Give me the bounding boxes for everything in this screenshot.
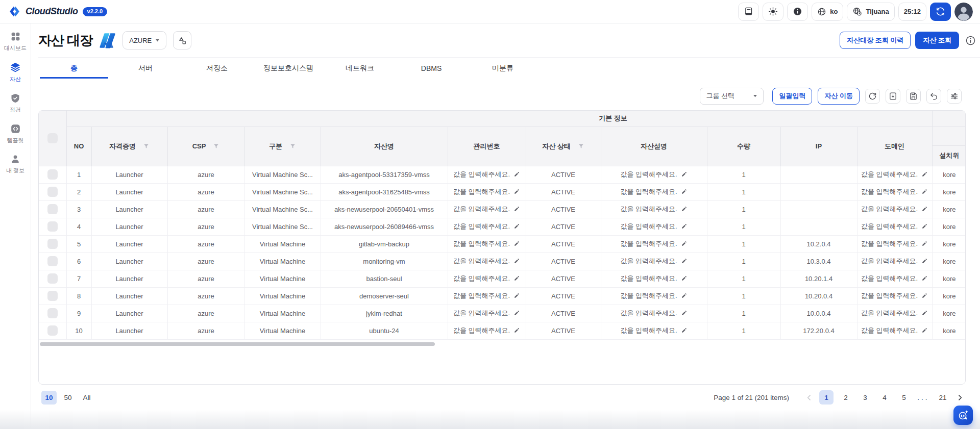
- cell-domain-edit[interactable]: 값을 입력해주세요.: [857, 253, 932, 270]
- table-row[interactable]: 8 Launcher azure Virtual Machine demoser…: [39, 287, 966, 305]
- bulk-input-button[interactable]: 일괄입력: [772, 88, 812, 105]
- cell-domain-edit[interactable]: 값을 입력해주세요.: [857, 183, 932, 200]
- page-button[interactable]: 3: [858, 390, 872, 405]
- pencil-icon[interactable]: [921, 257, 928, 265]
- pencil-icon[interactable]: [681, 292, 688, 299]
- pencil-icon[interactable]: [513, 257, 520, 265]
- pencil-icon[interactable]: [681, 222, 688, 230]
- cell-mgmt-no-edit[interactable]: 값을 입력해주세요.: [448, 218, 526, 235]
- cell-domain-edit[interactable]: 값을 입력해주세요.: [857, 235, 932, 253]
- horizontal-scrollbar-thumb[interactable]: [40, 342, 435, 346]
- pencil-icon[interactable]: [681, 240, 688, 247]
- cell-domain-edit[interactable]: 값을 입력해주세요.: [857, 270, 932, 287]
- session-timer[interactable]: 25:12: [898, 3, 926, 21]
- pencil-icon[interactable]: [513, 292, 520, 299]
- timezone-button[interactable]: Tijuana: [847, 3, 894, 21]
- page-button[interactable]: 2: [839, 390, 853, 405]
- row-checkbox[interactable]: [47, 273, 58, 284]
- cell-asset-desc-edit[interactable]: 값을 입력해주세요.: [601, 166, 707, 183]
- pencil-icon[interactable]: [921, 326, 928, 334]
- cell-domain-edit[interactable]: 값을 입력해주세요.: [857, 322, 932, 339]
- cell-asset-desc-edit[interactable]: 값을 입력해주세요.: [601, 200, 707, 218]
- table-row[interactable]: 10 Launcher azure Virtual Machine ubuntu…: [39, 322, 966, 339]
- tab-network[interactable]: 네트워크: [324, 58, 396, 79]
- pencil-icon[interactable]: [921, 292, 928, 299]
- pencil-icon[interactable]: [681, 170, 688, 178]
- sidebar-item-inspection[interactable]: 점검: [0, 91, 31, 115]
- tab-storage[interactable]: 저장소: [181, 58, 253, 79]
- cell-asset-desc-edit[interactable]: 값을 입력해주세요.: [601, 287, 707, 305]
- pencil-icon[interactable]: [921, 188, 928, 195]
- cell-domain-edit[interactable]: 값을 입력해주세요.: [857, 218, 932, 235]
- row-checkbox[interactable]: [47, 169, 58, 180]
- pencil-icon[interactable]: [681, 257, 688, 265]
- filter-funnel-icon[interactable]: [213, 143, 219, 149]
- page-button[interactable]: 5: [897, 390, 911, 405]
- cell-asset-desc-edit[interactable]: 값을 입력해주세요.: [601, 253, 707, 270]
- table-row[interactable]: 5 Launcher azure Virtual Machine gitlab-…: [39, 235, 966, 253]
- page-size-10[interactable]: 10: [41, 391, 57, 405]
- docs-button[interactable]: [738, 3, 759, 21]
- theme-toggle-button[interactable]: [763, 3, 783, 21]
- csp-select[interactable]: AZURE: [122, 31, 166, 49]
- cell-mgmt-no-edit[interactable]: 값을 입력해주세요.: [448, 200, 526, 218]
- prev-page-button[interactable]: [804, 393, 814, 402]
- group-select[interactable]: 그룹 선택: [700, 88, 764, 105]
- cell-mgmt-no-edit[interactable]: 값을 입력해주세요.: [448, 183, 526, 200]
- pencil-icon[interactable]: [921, 240, 928, 247]
- col-quantity[interactable]: 수량: [707, 127, 780, 166]
- row-checkbox[interactable]: [47, 291, 58, 301]
- cell-asset-desc-edit[interactable]: 값을 입력해주세요.: [601, 218, 707, 235]
- table-row[interactable]: 2 Launcher azure Virtual Machine Sc... a…: [39, 183, 966, 200]
- col-ip[interactable]: IP: [780, 127, 857, 166]
- sidebar-item-dashboard[interactable]: 대시보드: [0, 30, 31, 54]
- sidebar-item-assets[interactable]: 자산: [0, 60, 31, 85]
- pencil-icon[interactable]: [921, 222, 928, 230]
- pencil-icon[interactable]: [513, 240, 520, 247]
- filter-funnel-icon[interactable]: [143, 143, 150, 149]
- page-size-all[interactable]: All: [79, 391, 94, 405]
- pencil-icon[interactable]: [681, 188, 688, 195]
- pencil-icon[interactable]: [681, 205, 688, 213]
- page-button[interactable]: 1: [819, 390, 834, 405]
- refresh-session-button[interactable]: [930, 3, 951, 21]
- tab-dbms[interactable]: DBMS: [396, 58, 467, 79]
- pencil-icon[interactable]: [921, 309, 928, 317]
- pencil-icon[interactable]: [513, 326, 520, 334]
- col-mgmt-no[interactable]: 관리번호: [448, 127, 526, 166]
- cell-domain-edit[interactable]: 값을 입력해주세요.: [857, 305, 932, 322]
- col-no[interactable]: NO: [66, 127, 91, 166]
- cell-mgmt-no-edit[interactable]: 값을 입력해주세요.: [448, 253, 526, 270]
- col-install-location[interactable]: 설치위: [932, 145, 966, 166]
- row-checkbox[interactable]: [47, 325, 58, 336]
- tab-total[interactable]: 총: [38, 58, 110, 79]
- cell-mgmt-no-edit[interactable]: 값을 입력해주세요.: [448, 270, 526, 287]
- table-row[interactable]: 6 Launcher azure Virtual Machine monitor…: [39, 253, 966, 270]
- cell-domain-edit[interactable]: 값을 입력해주세요.: [857, 287, 932, 305]
- table-row[interactable]: 4 Launcher azure Virtual Machine Sc... a…: [39, 218, 966, 235]
- pencil-icon[interactable]: [513, 222, 520, 230]
- page-info-button[interactable]: [964, 35, 976, 46]
- col-asset-desc[interactable]: 자산설명: [601, 127, 707, 166]
- column-settings-button[interactable]: [947, 89, 962, 104]
- pencil-icon[interactable]: [513, 309, 520, 317]
- sidebar-item-myinfo[interactable]: 내 정보: [0, 153, 31, 176]
- cell-mgmt-no-edit[interactable]: 값을 입력해주세요.: [448, 287, 526, 305]
- row-checkbox[interactable]: [47, 239, 58, 249]
- col-asset-name[interactable]: 자산명: [321, 127, 448, 166]
- row-checkbox[interactable]: [47, 256, 58, 266]
- table-row[interactable]: 3 Launcher azure Virtual Machine Sc... a…: [39, 200, 966, 218]
- col-credential[interactable]: 자격증명: [91, 127, 167, 166]
- cell-domain-edit[interactable]: 값을 입력해주세요.: [857, 166, 932, 183]
- ledger-history-button[interactable]: 자산대장 조회 이력: [840, 32, 911, 49]
- table-row[interactable]: 9 Launcher azure Virtual Machine jykim-r…: [39, 305, 966, 322]
- brand[interactable]: CloudStudio v2.2.0: [8, 5, 107, 18]
- tab-security-system[interactable]: 정보보호시스템: [253, 58, 324, 79]
- asset-move-button[interactable]: 자산 이동: [818, 88, 860, 105]
- pencil-icon[interactable]: [513, 170, 520, 178]
- cell-mgmt-no-edit[interactable]: 값을 입력해주세요.: [448, 235, 526, 253]
- export-button[interactable]: [886, 89, 900, 104]
- cell-domain-edit[interactable]: 값을 입력해주세요.: [857, 200, 932, 218]
- pencil-icon[interactable]: [681, 309, 688, 317]
- cell-asset-desc-edit[interactable]: 값을 입력해주세요.: [601, 305, 707, 322]
